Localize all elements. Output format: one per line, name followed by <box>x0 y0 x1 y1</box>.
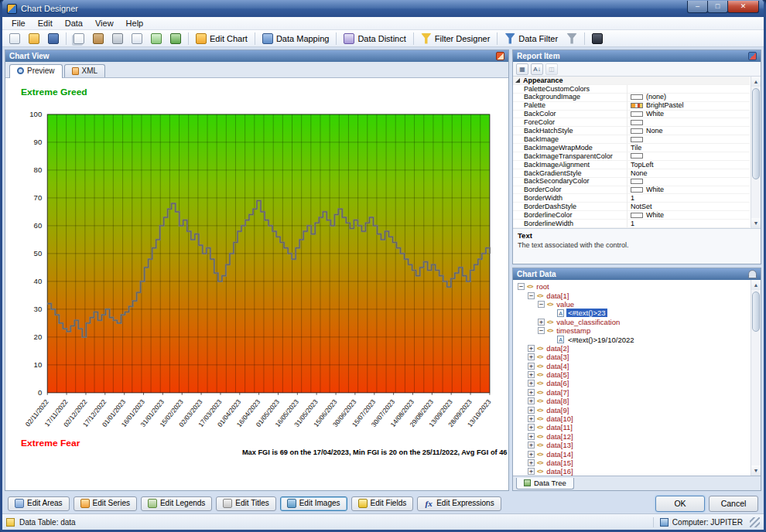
property-row[interactable]: BorderlineColorWhite <box>513 211 750 220</box>
collapse-icon[interactable]: − <box>538 327 545 334</box>
menu-item-help[interactable]: Help <box>120 18 150 29</box>
expand-icon[interactable]: + <box>528 468 535 475</box>
expand-icon[interactable]: + <box>538 319 545 326</box>
expand-icon[interactable]: + <box>528 459 535 466</box>
data-tree-tab[interactable]: Data Tree <box>516 478 574 489</box>
tree-item[interactable]: −<>timestamp <box>516 326 750 335</box>
expand-icon[interactable]: + <box>528 397 535 404</box>
property-category-row[interactable]: Appearance <box>513 77 750 85</box>
expand-icon[interactable]: + <box>528 363 535 370</box>
tree-item[interactable]: +<>data[7] <box>516 388 750 397</box>
tree-item[interactable]: +<>data[15] <box>516 459 750 467</box>
tab-xml[interactable]: XML <box>64 64 106 77</box>
tree-item[interactable]: +<>data[13] <box>516 441 750 449</box>
tree-item[interactable]: −<>data[1] <box>516 291 750 299</box>
tree-item[interactable]: +<>data[10] <box>516 414 750 423</box>
print-preview-button[interactable] <box>128 32 145 45</box>
property-row[interactable]: BackImageTransparentColor <box>513 152 750 161</box>
minimize-button[interactable]: – <box>687 1 708 13</box>
property-row[interactable]: BackImage <box>513 135 750 144</box>
filter-designer-button[interactable]: Filter Designer <box>418 32 494 45</box>
expand-icon[interactable]: + <box>528 407 535 414</box>
property-row[interactable]: BackHatchStyleNone <box>513 127 750 135</box>
tab-preview[interactable]: Preview <box>9 64 63 78</box>
print-button[interactable] <box>109 32 126 45</box>
data-table-button[interactable] <box>148 32 165 45</box>
scroll-thumb[interactable] <box>752 88 760 179</box>
expand-icon[interactable]: + <box>528 353 535 360</box>
cancel-button[interactable]: Cancel <box>709 496 758 512</box>
collapse-icon[interactable]: − <box>518 283 525 290</box>
scroll-thumb[interactable] <box>752 292 760 332</box>
alphabetical-sort-button[interactable]: A↓ <box>531 63 543 75</box>
save-button[interactable] <box>45 32 62 45</box>
scroll-track[interactable] <box>751 87 761 218</box>
menu-item-view[interactable]: View <box>89 18 120 29</box>
menu-item-data[interactable]: Data <box>59 18 89 29</box>
edit-images-button[interactable]: Edit Images <box>280 496 347 511</box>
expand-icon[interactable]: + <box>528 442 535 448</box>
close-button[interactable]: ✕ <box>727 1 759 13</box>
property-row[interactable]: BackColorWhite <box>513 111 750 119</box>
resize-grip[interactable] <box>750 517 760 527</box>
tree-item[interactable]: +<>data[3] <box>516 353 750 361</box>
pin-icon[interactable] <box>748 270 757 278</box>
edit-areas-button[interactable]: Edit Areas <box>8 496 70 511</box>
tree-item[interactable]: +<>data[2] <box>516 344 750 353</box>
export-button[interactable] <box>167 32 184 45</box>
script-button[interactable] <box>589 32 606 45</box>
property-row[interactable]: BackSecondaryColor <box>513 178 750 186</box>
clear-filter-button[interactable] <box>563 32 580 45</box>
tree-item[interactable]: −<>value <box>516 300 750 309</box>
paste-button[interactable] <box>90 32 107 45</box>
tree-item[interactable]: +<>data[16] <box>516 467 750 476</box>
property-row[interactable]: BorderWidth1 <box>513 194 750 203</box>
property-row[interactable]: BackImageAlignmentTopLeft <box>513 161 750 169</box>
edit-expressions-button[interactable]: Edit Expressions <box>417 496 501 511</box>
data-mapping-button[interactable]: Data Mapping <box>259 32 333 45</box>
tree-scrollbar[interactable]: ▲ ▼ <box>751 280 761 476</box>
title-bar[interactable]: Chart Designer – □ ✕ <box>2 0 764 17</box>
property-row[interactable]: BackImageWrapModeTile <box>513 144 750 152</box>
tree-item[interactable]: −<>root <box>516 282 750 291</box>
tree-item[interactable]: +<>data[8] <box>516 397 750 405</box>
expand-icon[interactable]: + <box>528 389 535 396</box>
edit-series-button[interactable]: Edit Series <box>74 496 137 511</box>
expand-icon[interactable]: + <box>528 415 535 422</box>
expand-icon[interactable]: + <box>528 345 535 352</box>
expand-icon[interactable]: + <box>528 424 535 431</box>
edit-fields-button[interactable]: Edit Fields <box>351 496 414 511</box>
menu-item-edit[interactable]: Edit <box>32 18 59 29</box>
data-distinct-button[interactable]: Data Distinct <box>340 32 409 45</box>
property-row[interactable]: BackGradientStyleNone <box>513 169 750 178</box>
scroll-track[interactable] <box>751 290 761 466</box>
new-document-button[interactable] <box>6 32 23 45</box>
tree-item[interactable]: +<>data[9] <box>516 405 750 414</box>
property-row[interactable]: PaletteBrightPastel <box>513 102 750 111</box>
edit-chart-button[interactable]: Edit Chart <box>193 32 251 45</box>
tree-item[interactable]: A<#text()>19/10/2022 <box>516 335 750 343</box>
scroll-up-arrow[interactable]: ▲ <box>751 77 761 87</box>
collapse-icon[interactable]: − <box>528 292 535 299</box>
collapse-icon[interactable]: − <box>538 301 545 308</box>
expand-icon[interactable]: + <box>528 380 535 387</box>
open-button[interactable] <box>26 32 43 45</box>
expand-icon[interactable]: + <box>528 371 535 378</box>
copy-button[interactable] <box>70 32 87 45</box>
tree-item[interactable]: +<>data[12] <box>516 432 750 441</box>
property-row[interactable]: ForeColor <box>513 118 750 127</box>
expand-icon[interactable]: + <box>528 451 535 458</box>
property-grid-scrollbar[interactable]: ▲ ▼ <box>751 77 761 228</box>
tree-item[interactable]: +<>data[5] <box>516 370 750 379</box>
property-row[interactable]: PaletteCustomColors <box>513 85 750 94</box>
tree-item[interactable]: +<>value_classification <box>516 318 750 326</box>
categorized-view-button[interactable]: ▦ <box>516 63 528 75</box>
property-row[interactable]: BorderDashStyleNotSet <box>513 203 750 211</box>
property-pages-button[interactable]: ◫ <box>545 63 558 75</box>
ok-button[interactable]: OK <box>655 496 705 512</box>
property-row[interactable]: BackgroundImage(none) <box>513 94 750 102</box>
edit-titles-button[interactable]: Edit Titles <box>216 496 275 511</box>
menu-item-file[interactable]: File <box>5 18 32 29</box>
scroll-down-arrow[interactable]: ▼ <box>751 466 761 476</box>
maximize-button[interactable]: □ <box>707 1 728 13</box>
